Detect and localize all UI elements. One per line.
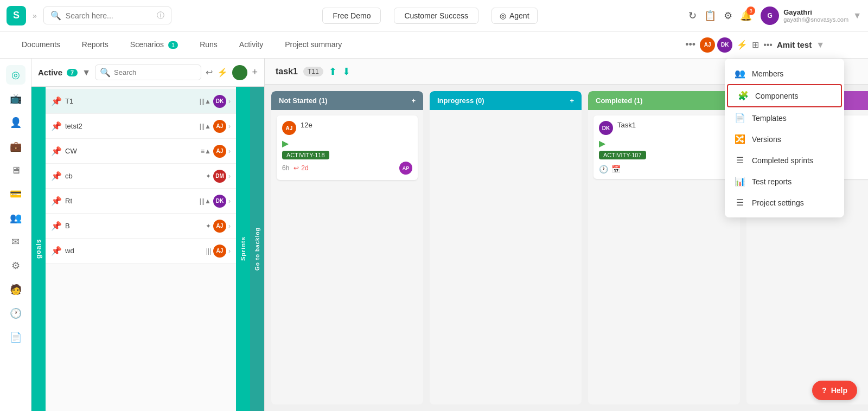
- logo-icon: S: [13, 10, 20, 21]
- dropdown-toggle[interactable]: ▼: [82, 68, 91, 78]
- free-demo-button[interactable]: Free Demo: [322, 8, 381, 24]
- sprint-list-item[interactable]: 📌 cb ✦ DM ›: [46, 164, 236, 189]
- sidebar-item-user[interactable]: 👤: [6, 113, 25, 132]
- sprint-list-item[interactable]: 📌 Rt |||▲ DK ›: [46, 189, 236, 214]
- column-body: AJ 12e ▶ ACTIVITY-118 6h ↩ 2d AP: [271, 110, 423, 404]
- upload-icon[interactable]: ⬆: [329, 66, 337, 78]
- column-header: Not Started (1) +: [271, 91, 423, 110]
- agent-button[interactable]: ◎ Agent: [492, 8, 538, 24]
- settings-icon[interactable]: ⚙: [724, 10, 732, 22]
- sprint-search-input[interactable]: [114, 68, 157, 76]
- column-header: Completed (1) +: [588, 91, 740, 110]
- refresh-icon[interactable]: ↻: [688, 10, 697, 22]
- sprints-tab[interactable]: Sprints: [236, 87, 250, 411]
- dropdown-menu: 👥 Members 🧩 Components 📄 Templates 🔀 Ver…: [725, 59, 844, 217]
- search-area[interactable]: 🔍 ⓘ: [43, 7, 171, 24]
- kanban-card[interactable]: AJ 12e ▶ ACTIVITY-118 6h ↩ 2d AP: [277, 115, 418, 180]
- more-options-2[interactable]: •••: [763, 40, 773, 50]
- add-card-icon[interactable]: +: [570, 97, 574, 105]
- download-icon[interactable]: ⬇: [342, 66, 350, 78]
- priority-icon: |||: [206, 247, 211, 255]
- sprint-avatar: AJ: [213, 145, 226, 158]
- agent-icon: ◎: [500, 11, 506, 20]
- dropdown-item-components[interactable]: 🧩 Components: [727, 84, 842, 107]
- filter-icon[interactable]: ⚡: [737, 40, 748, 50]
- sprint-icons: ✦ DM ›: [206, 170, 231, 183]
- logo-button[interactable]: S: [7, 6, 26, 25]
- play-button[interactable]: ▶: [599, 139, 605, 148]
- nav-avatars: AJ DK: [700, 37, 732, 53]
- card-activity-badge: ACTIVITY-118: [282, 151, 329, 159]
- scenarios-badge: 1: [168, 41, 178, 49]
- nav-item-reports[interactable]: Reports: [71, 33, 119, 57]
- sprint-icons: ✦ AJ ›: [206, 220, 231, 233]
- help-button[interactable]: ? Help: [812, 381, 857, 400]
- backlog-tab[interactable]: Go to backlog: [250, 87, 264, 411]
- top-navigation: S » 🔍 ⓘ Free Demo Customer Success ◎ Age…: [0, 0, 868, 31]
- sprint-list-item[interactable]: 📌 CW ≡▲ AJ ›: [46, 139, 236, 164]
- nav-item-runs[interactable]: Runs: [189, 33, 228, 57]
- sidebar-item-tv[interactable]: 📺: [6, 89, 25, 108]
- nav-item-project-summary[interactable]: Project summary: [274, 33, 353, 57]
- sprint-list-item[interactable]: 📌 tetst2 |||▲ AJ ›: [46, 114, 236, 139]
- sprint-name-label: wd: [65, 247, 203, 255]
- sidebar-item-person[interactable]: 🧑: [6, 280, 25, 299]
- dropdown-item-label: Members: [752, 69, 783, 78]
- active-label: Active: [38, 68, 62, 77]
- sprint-search[interactable]: 🔍: [95, 65, 201, 80]
- undo-icon[interactable]: ↩: [206, 67, 213, 78]
- left-sidebar: ◎ 📺 👤 💼 🖥 💳 👥 ✉ ⚙ 🧑 🕐 📄: [0, 59, 31, 411]
- dropdown-item-icon: 👥: [735, 68, 745, 79]
- add-sprint-icon[interactable]: +: [252, 67, 258, 78]
- priority-icon: ✦: [206, 222, 211, 230]
- add-card-icon[interactable]: +: [411, 97, 416, 105]
- grid-icon[interactable]: ⊞: [752, 40, 759, 50]
- dropdown-item-templates[interactable]: 📄 Templates: [725, 107, 844, 129]
- kanban-card[interactable]: DK Task1 ▶ ACTIVITY-107 🕐 📅: [593, 115, 735, 179]
- dropdown-item-members[interactable]: 👥 Members: [725, 63, 844, 84]
- filter-green-icon[interactable]: ⚡: [217, 67, 228, 78]
- dropdown-item-versions[interactable]: 🔀 Versions: [725, 129, 844, 150]
- sidebar-item-home[interactable]: ◎: [6, 65, 25, 85]
- sprint-pin-icon: 📌: [51, 96, 62, 106]
- search-input[interactable]: [66, 11, 152, 20]
- notification-icon[interactable]: 🔔 3: [740, 10, 752, 22]
- sprint-pin-icon: 📌: [51, 196, 62, 206]
- priority-icon: |||▲: [200, 98, 211, 105]
- play-button[interactable]: ▶: [282, 139, 289, 148]
- sprint-icons: |||▲ DK ›: [200, 195, 231, 208]
- sprint-avatar: AJ: [213, 245, 226, 258]
- sidebar-item-briefcase[interactable]: 💼: [6, 137, 25, 156]
- sidebar-item-users[interactable]: 👥: [6, 208, 25, 228]
- dropdown-item-project-settings[interactable]: ☰ Project settings: [725, 192, 844, 213]
- sprint-name-label: cb: [65, 172, 202, 180]
- kanban-column: Inprogress (0) +: [430, 91, 582, 404]
- dropdown-item-completed-sprints[interactable]: ☰ Completed sprints: [725, 150, 844, 171]
- more-options-button[interactable]: •••: [685, 39, 695, 50]
- nav-expand-icon[interactable]: »: [30, 9, 39, 22]
- sprint-list-item[interactable]: 📌 wd ||| AJ ›: [46, 239, 236, 264]
- dropdown-item-test-reports[interactable]: 📊 Test reports: [725, 171, 844, 192]
- sidebar-item-mail[interactable]: ✉: [6, 232, 25, 252]
- sidebar-item-clock[interactable]: 🕐: [6, 304, 25, 323]
- chevron-right-icon: ›: [228, 123, 231, 130]
- document-icon[interactable]: 📋: [704, 10, 716, 22]
- nav-item-documents[interactable]: Documents: [11, 33, 71, 57]
- user-avatar[interactable]: G: [761, 7, 779, 25]
- sprint-list-item[interactable]: 📌 T1 |||▲ DK ›: [46, 89, 236, 114]
- nav-item-activity[interactable]: Activity: [228, 33, 274, 57]
- info-icon[interactable]: ⓘ: [157, 11, 164, 21]
- nav-item-scenarios[interactable]: Scenarios 1: [119, 33, 189, 57]
- customer-success-button[interactable]: Customer Success: [394, 8, 478, 24]
- sidebar-item-document[interactable]: 📄: [6, 327, 25, 347]
- sidebar-item-monitor[interactable]: 🖥: [6, 160, 25, 180]
- sidebar-item-settings[interactable]: ⚙: [6, 256, 25, 275]
- project-dropdown-arrow[interactable]: ▼: [816, 40, 825, 50]
- goals-tab[interactable]: goals: [31, 87, 46, 411]
- sprint-list-item[interactable]: 📌 B ✦ AJ ›: [46, 214, 236, 239]
- dropdown-item-icon: ☰: [735, 197, 745, 208]
- card-footer: 6h ↩ 2d AP: [282, 162, 412, 175]
- sidebar-item-credit[interactable]: 💳: [6, 184, 25, 204]
- user-dropdown-arrow[interactable]: ▼: [853, 11, 861, 21]
- column-label: Completed (1): [596, 97, 643, 105]
